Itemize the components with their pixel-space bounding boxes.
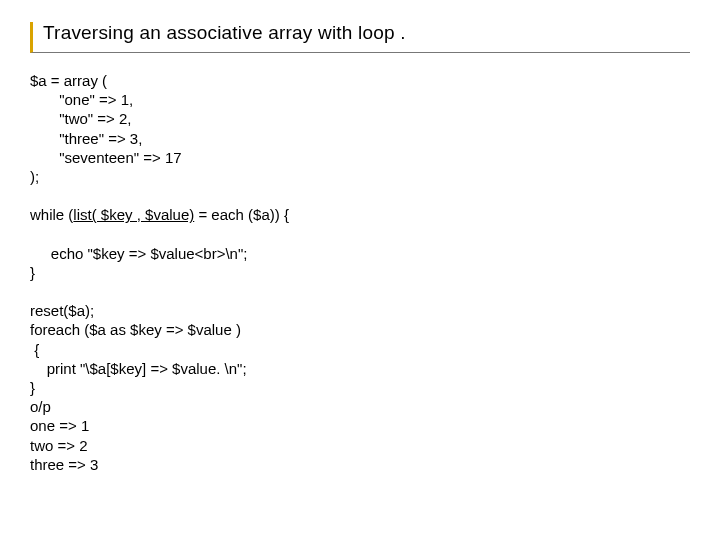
code-line: "three" => 3,: [30, 130, 142, 147]
code-line: {: [30, 341, 39, 358]
slide: Traversing an associative array with loo…: [0, 0, 720, 540]
code-line: }: [30, 379, 35, 396]
code-line: $a = array (: [30, 72, 107, 89]
code-line: }: [30, 264, 35, 281]
code-line: o/p: [30, 398, 51, 415]
slide-title: Traversing an associative array with loo…: [43, 22, 690, 44]
code-line: foreach ($a as $key => $value ): [30, 321, 241, 338]
code-line: one => 1: [30, 417, 89, 434]
code-line: two => 2: [30, 437, 88, 454]
code-line: echo "$key => $value<br>\n";: [30, 245, 247, 262]
code-underlined: list( $key , $value): [73, 206, 194, 223]
code-line: "seventeen" => 17: [30, 149, 182, 166]
code-line: = each ($a)) {: [194, 206, 289, 223]
code-line: three => 3: [30, 456, 98, 473]
code-line: );: [30, 168, 39, 185]
title-container: Traversing an associative array with loo…: [30, 22, 690, 53]
code-line: while (: [30, 206, 73, 223]
code-line: reset($a);: [30, 302, 94, 319]
code-line: print "\$a[$key] => $value. \n";: [30, 360, 247, 377]
code-block: $a = array ( "one" => 1, "two" => 2, "th…: [30, 71, 690, 474]
code-line: "two" => 2,: [30, 110, 132, 127]
code-line: "one" => 1,: [30, 91, 133, 108]
